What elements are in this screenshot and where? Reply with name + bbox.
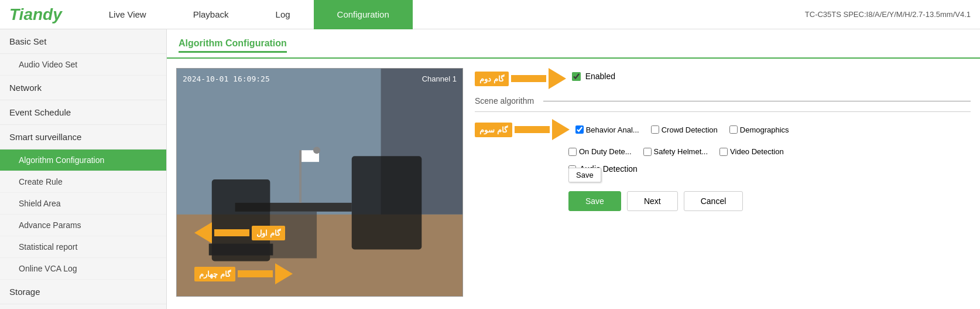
- main-content: Algorithm Configuration: [167, 29, 980, 309]
- nav-log[interactable]: Log: [252, 0, 314, 29]
- algo-crowd-checkbox[interactable]: [651, 125, 659, 134]
- content-area: 2024-10-01 16:09:25 Channel 1 گام اول گا…: [167, 59, 980, 309]
- algo-demographics-label: Demographics: [740, 125, 789, 134]
- sidebar-item-system[interactable]: System: [0, 304, 166, 309]
- algo-onduty-label: On Duty Dete...: [579, 147, 632, 156]
- step1-arrow: گام اول: [194, 222, 285, 243]
- sidebar-item-create-rule[interactable]: Create Rule: [0, 171, 166, 193]
- top-nav: Tiandy Live View Playback Log Configurat…: [0, 0, 980, 29]
- svg-point-10: [313, 147, 320, 154]
- algo-video-detection: Video Detection: [719, 147, 784, 156]
- step3-row: گام سوم Behavior Anal...: [475, 119, 971, 140]
- algo-demographics: Demographics: [729, 125, 789, 134]
- svg-rect-8: [299, 150, 301, 203]
- algo-behavior: Behavior Anal...: [575, 125, 639, 134]
- algo-row-2: On Duty Dete... Safety Helmet... Video D…: [475, 145, 971, 158]
- enabled-row: Enabled: [572, 72, 615, 81]
- step3-section: گام سوم Behavior Anal...: [475, 119, 971, 164]
- step3-label: گام سوم: [475, 123, 512, 137]
- sidebar-item-statistical-report[interactable]: Statistical report: [0, 236, 166, 258]
- sidebar-item-smart-surveillance[interactable]: Smart surveillance: [0, 125, 166, 150]
- algo-safety-helmet: Safety Helmet...: [643, 147, 708, 156]
- scene-row: Scene algorithm: [475, 96, 971, 112]
- nav-configuration[interactable]: Configuration: [314, 0, 413, 29]
- video-background: [177, 69, 462, 296]
- audio-section: Audio Detection: [475, 164, 971, 174]
- arrow-body-4: [238, 270, 273, 277]
- tooltip-save: Save: [568, 168, 601, 182]
- arrow-head-left: [194, 222, 212, 243]
- sidebar-item-algorithm-config[interactable]: Algorithm Configuration: [0, 150, 166, 171]
- brand-logo: Tiandy: [9, 5, 62, 24]
- step2-label: گام دوم: [475, 72, 509, 86]
- sidebar: Basic Set Audio Video Set Network Event …: [0, 29, 167, 309]
- sidebar-item-advance-params[interactable]: Advance Params: [0, 215, 166, 236]
- step4-arrow: گام چهارم: [194, 263, 293, 284]
- enabled-label: Enabled: [585, 72, 615, 81]
- arrow-body-3: [515, 126, 550, 133]
- arrow-head-right-3: [552, 119, 570, 140]
- video-channel: Channel 1: [422, 74, 457, 83]
- algo-safety-helmet-checkbox[interactable]: [643, 148, 652, 156]
- page-title: Algorithm Configuration: [179, 38, 287, 53]
- nav-live-view[interactable]: Live View: [85, 0, 170, 29]
- sidebar-item-shield-area[interactable]: Shield Area: [0, 193, 166, 215]
- device-info: TC-C35TS SPEC:I8/A/E/Y/M/H/2.7-13.5mm/V4…: [805, 10, 971, 19]
- sidebar-item-audio-video-set[interactable]: Audio Video Set: [0, 54, 166, 76]
- nav-playback[interactable]: Playback: [170, 0, 252, 29]
- buttons-container: Save Save Next Cancel: [475, 186, 971, 211]
- step1-label: گام اول: [252, 226, 285, 240]
- algo-onduty: On Duty Dete...: [568, 147, 632, 156]
- button-row: Save Next Cancel: [568, 191, 971, 211]
- scene-line-divider: [543, 101, 971, 101]
- sidebar-item-event-schedule[interactable]: Event Schedule: [0, 100, 166, 125]
- algo-onduty-checkbox[interactable]: [568, 148, 577, 156]
- algo-behavior-label: Behavior Anal...: [586, 125, 639, 134]
- tooltip-container: Save: [568, 168, 601, 182]
- arrow-body: [214, 229, 249, 236]
- algo-crowd-label: Crowd Detection: [662, 125, 718, 134]
- page-header: Algorithm Configuration: [167, 29, 980, 59]
- arrow-body-2: [511, 75, 546, 82]
- arrow-head-right-4: [275, 263, 293, 284]
- algo-behavior-checkbox[interactable]: [575, 125, 584, 134]
- algo-safety-helmet-label: Safety Helmet...: [654, 147, 708, 156]
- video-timestamp: 2024-10-01 16:09:25: [183, 74, 270, 83]
- main-layout: Basic Set Audio Video Set Network Event …: [0, 29, 980, 309]
- cancel-button[interactable]: Cancel: [684, 191, 743, 211]
- sidebar-item-basic-set[interactable]: Basic Set: [0, 29, 166, 54]
- algo-video-detection-checkbox[interactable]: [719, 148, 728, 156]
- algo-demographics-checkbox[interactable]: [729, 125, 738, 134]
- sidebar-item-online-vca-log[interactable]: Online VCA Log: [0, 258, 166, 280]
- scene-label: Scene algorithm: [475, 96, 534, 106]
- nav-items: Live View Playback Log Configuration: [85, 0, 805, 29]
- svg-rect-6: [209, 244, 273, 256]
- right-panel: گام دوم Enabled Scene algorithm: [475, 68, 971, 300]
- arrow-head-right-2: [549, 68, 566, 89]
- step2-arrow: گام دوم: [475, 68, 566, 89]
- step2-row: گام دوم Enabled: [475, 68, 971, 89]
- algo-video-detection-label: Video Detection: [730, 147, 784, 156]
- sidebar-item-network[interactable]: Network: [0, 76, 166, 100]
- save-button[interactable]: Save: [568, 191, 621, 211]
- sidebar-item-storage[interactable]: Storage: [0, 280, 166, 304]
- step3-arrow: گام سوم: [475, 119, 570, 140]
- video-panel: 2024-10-01 16:09:25 Channel 1 گام اول گا…: [176, 68, 463, 297]
- next-button[interactable]: Next: [627, 191, 678, 211]
- step4-label: گام چهارم: [194, 267, 235, 281]
- algo-crowd: Crowd Detection: [651, 125, 718, 134]
- svg-rect-7: [352, 156, 422, 249]
- enabled-checkbox[interactable]: [572, 72, 581, 81]
- algo-row-1: Behavior Anal... Crowd Detection Demogra…: [575, 123, 789, 137]
